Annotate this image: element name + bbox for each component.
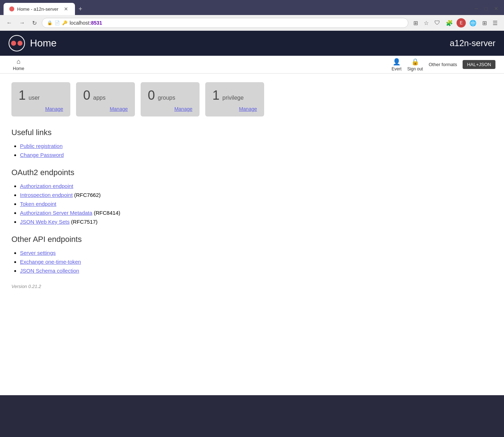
reload-button[interactable]: ↻	[30, 18, 39, 28]
browser-toolbar: ← → ↻ 🔒 📄 🔑 localhost:8531 ⊞ ☆ 🛡 🧩 E 🌐 ⊞…	[0, 15, 504, 31]
user-icon: 👤	[393, 58, 400, 66]
new-tab-button[interactable]: +	[75, 3, 86, 15]
browser-chrome: Home - a12n-server ✕ + ─ □ ✕ ← → ↻ 🔒 📄 🔑…	[0, 0, 504, 31]
oauth2-link[interactable]: Authorization Server Metadata	[20, 210, 92, 216]
nav-user-label: Evert	[392, 66, 402, 71]
nav-right: 👤 Evert 🔒 Sign out Other formats HAL+JSO…	[392, 58, 495, 71]
oauth2-link[interactable]: Token endpoint	[20, 201, 56, 207]
close-window-button[interactable]: ✕	[492, 4, 500, 13]
other-api-list: Server settingsExchange one-time-tokenJS…	[20, 250, 493, 274]
list-item: Change Password	[20, 152, 493, 158]
avatar-icon-button[interactable]: E	[457, 18, 466, 28]
stat-label: apps	[93, 95, 106, 101]
stat-manage[interactable]: Manage	[19, 106, 63, 112]
list-item: JSON Web Key Sets (RFC7517)	[20, 219, 493, 225]
stat-top: 1 privilege	[212, 88, 257, 103]
stat-manage[interactable]: Manage	[148, 106, 192, 112]
hal-json-button[interactable]: HAL+JSON	[463, 60, 495, 69]
stat-number: 1	[212, 88, 220, 103]
list-item: Exchange one-time-token	[20, 259, 493, 265]
doc-icon: 📄	[55, 20, 60, 25]
stat-card-user: 1 user Manage	[11, 82, 70, 116]
link-suffix: (RFC7517)	[70, 219, 97, 225]
stat-manage[interactable]: Manage	[212, 106, 257, 112]
page-title: Home	[30, 38, 57, 49]
list-item: Server settings	[20, 250, 493, 256]
list-item: JSON Schema collection	[20, 268, 493, 274]
lock-icon: 🔒	[411, 58, 419, 66]
nav-home[interactable]: ⌂ Home	[9, 55, 29, 74]
main-content: 1 user Manage 0 apps Manage 0 groups Man…	[0, 74, 504, 395]
manage-link[interactable]: Manage	[45, 106, 63, 112]
stat-number: 0	[148, 88, 155, 103]
stat-number: 0	[83, 88, 90, 103]
stat-top: 1 user	[19, 88, 63, 103]
oauth2-link[interactable]: JSON Web Key Sets	[20, 219, 70, 225]
list-item: Introspection endpoint (RFC7662)	[20, 192, 493, 198]
minimize-button[interactable]: ─	[473, 4, 480, 13]
security-icon: 🔒	[47, 20, 52, 25]
forward-button[interactable]: →	[17, 18, 27, 28]
other-api-link[interactable]: Server settings	[20, 250, 56, 256]
nav-user[interactable]: 👤 Evert	[392, 58, 402, 71]
stat-manage[interactable]: Manage	[83, 106, 128, 112]
other-api-section: Other API endpoints Server settingsExcha…	[11, 235, 493, 274]
useful-links-list: Public registrationChange Password	[20, 143, 493, 158]
nav-signout[interactable]: 🔒 Sign out	[407, 58, 423, 71]
oauth2-link[interactable]: Authorization endpoint	[20, 183, 73, 189]
list-item: Authorization endpoint	[20, 183, 493, 189]
link-suffix: (RFC8414)	[92, 210, 120, 216]
stat-number: 1	[19, 88, 26, 103]
useful-link[interactable]: Public registration	[20, 143, 62, 149]
tab-favicon	[9, 6, 14, 11]
stat-card-privilege: 1 privilege Manage	[205, 82, 264, 116]
extension-icon-button[interactable]: 🧩	[444, 18, 455, 28]
app-name: a12n-server	[450, 38, 495, 48]
stat-label: user	[29, 95, 40, 101]
list-item: Token endpoint	[20, 201, 493, 207]
stats-row: 1 user Manage 0 apps Manage 0 groups Man…	[11, 82, 493, 116]
useful-link[interactable]: Change Password	[20, 152, 64, 158]
logo-icon	[9, 35, 25, 51]
oauth2-list: Authorization endpointIntrospection endp…	[20, 183, 493, 225]
useful-links-section: Useful links Public registrationChange P…	[11, 128, 493, 158]
logo-inner	[11, 38, 22, 49]
key-icon: 🔑	[62, 20, 67, 25]
oauth2-section: OAuth2 endpoints Authorization endpointI…	[11, 168, 493, 225]
nav-bar: ⌂ Home 👤 Evert 🔒 Sign out Other formats …	[0, 56, 504, 74]
manage-link[interactable]: Manage	[239, 106, 257, 112]
stat-label: groups	[158, 95, 175, 101]
apps-icon-button[interactable]: ⊞	[480, 18, 489, 28]
shield-icon-button[interactable]: 🛡	[432, 18, 442, 28]
oauth2-link[interactable]: Introspection endpoint	[20, 192, 73, 198]
url-host: localhost	[70, 20, 89, 26]
link-suffix: (RFC7662)	[73, 192, 101, 198]
back-button[interactable]: ←	[4, 18, 14, 28]
nav-signout-label: Sign out	[407, 66, 423, 71]
other-api-title: Other API endpoints	[11, 235, 493, 244]
tab-title: Home - a12n-server	[17, 6, 59, 12]
stat-top: 0 apps	[83, 88, 128, 103]
tab-close-button[interactable]: ✕	[63, 6, 69, 12]
app-logo: Home	[9, 35, 57, 51]
address-bar[interactable]: 🔒 📄 🔑 localhost:8531	[42, 18, 408, 28]
manage-link[interactable]: Manage	[110, 106, 128, 112]
other-api-link[interactable]: JSON Schema collection	[20, 268, 79, 274]
home-icon: ⌂	[17, 58, 21, 65]
other-api-link[interactable]: Exchange one-time-token	[20, 259, 81, 265]
url-text: localhost:8531	[70, 20, 102, 26]
app-header: Home a12n-server	[0, 31, 504, 56]
manage-link[interactable]: Manage	[174, 106, 192, 112]
star-icon-button[interactable]: ☆	[422, 18, 431, 28]
useful-links-title: Useful links	[11, 128, 493, 137]
browser-tab-active[interactable]: Home - a12n-server ✕	[4, 3, 75, 15]
maximize-button[interactable]: □	[483, 4, 490, 13]
puzzle-icon-button[interactable]: 🌐	[467, 18, 479, 28]
toolbar-icons: ⊞ ☆ 🛡 🧩 E 🌐 ⊞ ☰	[411, 18, 500, 28]
other-formats-label: Other formats	[429, 62, 457, 67]
list-item: Authorization Server Metadata (RFC8414)	[20, 210, 493, 216]
version-text: Version 0.21.2	[11, 284, 493, 289]
menu-icon-button[interactable]: ☰	[490, 18, 500, 28]
url-port: :8531	[89, 20, 102, 26]
grid-icon-button[interactable]: ⊞	[411, 18, 420, 28]
